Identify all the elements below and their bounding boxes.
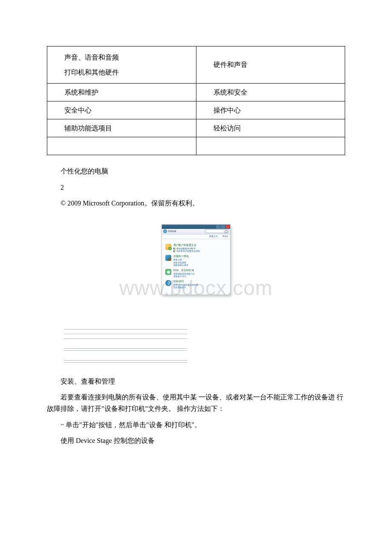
cp-navbar: 控制面板 [162,229,230,234]
heading-install-view: 安装、查看和管理 [47,376,345,387]
text: 声音、语音和音频 [64,50,191,65]
rule [64,362,187,363]
cp-head: 时钟、语言和区域 [173,269,195,272]
cp-link: 调整屏幕分辨率 [173,264,189,267]
cell-system-security: 系统和安全 [196,84,345,101]
clock-region-icon [165,269,171,275]
cp-body: 用户帐户和家庭安全 添加或删除用户帐户 为所有用户设置家长控制 外观和个性化 更… [162,239,230,295]
text: 打印机和其他硬件 [64,65,191,80]
maximize-icon [221,225,225,228]
cp-toolbar: 查看方式： 类别 ▾ [162,234,230,239]
cell-accessibility: 辅助功能选项目 [47,119,196,137]
cp-item-user: 用户帐户和家庭安全 添加或删除用户帐户 为所有用户设置家长控制 [165,244,227,253]
cp-item-clock: 时钟、语言和区域 更改键盘或其他输入法 更改显示语言 [165,269,227,278]
para-copyright: © 2009 Microsoft Corporation。保留所有权利。 [47,197,345,209]
cp-head: 轻松访问 [173,280,198,283]
placeholder-image-area [64,329,187,363]
minimize-icon [216,225,220,228]
heading-device-stage: 使用 Device Stage 控制您的设备 [47,435,345,446]
mapping-table: 声音、语音和音频 打印机和其他硬件 硬件和声音 系统和维护 系统和安全 安全中心… [47,46,345,155]
shield-icon [173,250,176,252]
view-by-label: 查看方式： [209,235,220,238]
control-panel-screenshot: 控制面板 查看方式： 类别 ▾ 用户帐户和家庭安全 添加或删除用户帐户 为所有用… [47,224,345,295]
cp-head: 外观和个性化 [173,255,189,258]
breadcrumb: 控制面板 [168,230,176,233]
cp-titlebar [162,225,230,229]
para-page-number: 2 [47,182,345,193]
cell-security-center: 安全中心 [47,101,196,119]
category-dropdown: 类别 ▾ [222,235,228,238]
appearance-icon [165,255,171,261]
cell-system-maint: 系统和维护 [47,84,196,101]
para-personalize: 个性化您的电脑 [47,165,345,177]
cp-item-appearance: 外观和个性化 更改主题 更改桌面背景 调整屏幕分辨率 [165,255,227,267]
cp-window: 控制面板 查看方式： 类别 ▾ 用户帐户和家庭安全 添加或删除用户帐户 为所有用… [161,224,231,295]
close-icon [225,225,230,228]
ease-access-icon [165,280,171,286]
search-input [205,229,229,233]
cell-empty-right [196,137,345,155]
para-devices-body: 若要查看连接到电脑的所有设备、使用其中某 一设备、或者对某一台不能正常工作的设备… [47,391,345,414]
cp-link: 优化视频显示 [173,286,198,289]
cp-head: 用户帐户和家庭安全 [173,244,200,247]
cell-sound-printer: 声音、语音和音频 打印机和其他硬件 [47,46,196,84]
cell-empty-left [47,137,196,155]
cell-ease-access: 轻松访问 [196,119,345,137]
back-icon [163,229,167,233]
cp-link: 更改显示语言 [173,275,195,278]
cp-link: 为所有用户设置家长控制 [173,250,200,253]
para-bullet-start: ·· 单击"开始"按钮，然后单击"设备 和打印机"。 [47,419,345,431]
cell-hardware-sound: 硬件和声音 [196,46,345,84]
user-accounts-icon [165,244,171,250]
shield-icon [173,248,176,250]
cp-item-ease: 轻松访问 使用 Windows 建议的设置 优化视频显示 [165,280,227,289]
cell-action-center: 操作中心 [196,101,345,119]
